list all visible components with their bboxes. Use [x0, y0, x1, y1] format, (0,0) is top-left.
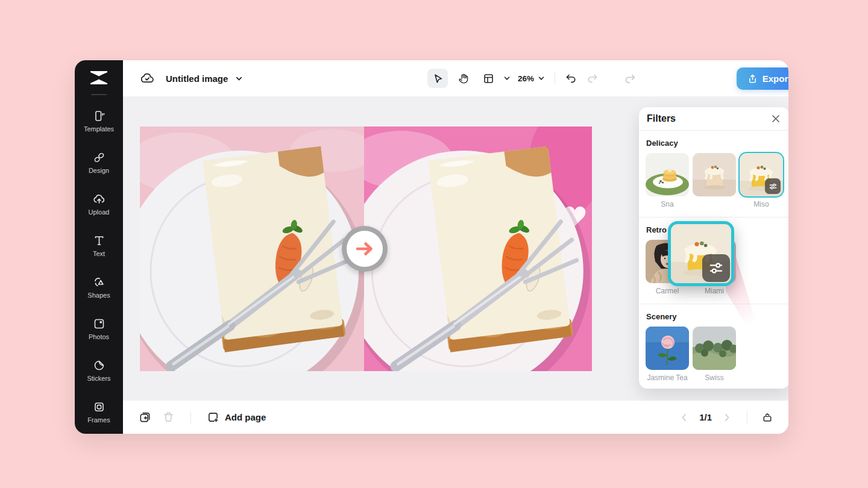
scenery-thumb-row: Jasmine Tea Swiss [646, 327, 783, 382]
frames-icon [93, 401, 105, 413]
section-name-delicacy: Delicacy [646, 139, 782, 148]
duplicate-page-icon[interactable] [139, 411, 151, 424]
filter-item-jasmine-tea[interactable]: Jasmine Tea [646, 327, 689, 382]
zoom-level: 26% [518, 74, 534, 83]
redo-icon[interactable] [587, 72, 599, 84]
cursor-icon [432, 73, 444, 84]
filter-item-swiss[interactable]: Swiss [693, 327, 736, 382]
hand-tool-button[interactable] [453, 69, 473, 88]
cloud-saved-icon[interactable] [140, 71, 155, 86]
section-name-scenery: Scenery [646, 312, 782, 321]
delete-page-icon[interactable] [162, 411, 175, 424]
sidebar-item-photos[interactable]: Photos [77, 308, 121, 349]
filter-label: Carmel [656, 287, 679, 295]
filter-label: Sna [661, 200, 673, 208]
filter-item-delicacy-2[interactable] [693, 153, 736, 208]
photo-before [140, 127, 364, 371]
bottom-bar: Add page 1/1 [123, 401, 788, 434]
filter-item-snack[interactable]: Sna [646, 153, 689, 208]
bottombar-divider [190, 411, 191, 424]
select-tool-button[interactable] [427, 69, 448, 88]
dragged-filter-thumbnail[interactable] [668, 221, 734, 286]
jasmine-tea-thumbnail [646, 327, 689, 370]
toolbar-divider [555, 72, 555, 84]
sidebar-item-label: Shapes [87, 292, 110, 299]
zoom-control[interactable]: 26% [518, 74, 545, 83]
canvas-tools: 26% [427, 69, 637, 88]
top-toolbar: Untitled image 26% Expo [123, 60, 788, 96]
snack-thumbnail [646, 153, 689, 196]
photos-icon [93, 318, 105, 330]
filter-adjust-badge[interactable] [765, 178, 781, 194]
hand-icon [458, 73, 469, 84]
next-page-icon[interactable] [722, 412, 732, 423]
filter-item-miso[interactable]: Miso [740, 153, 783, 208]
swiss-thumbnail [693, 327, 736, 370]
filter-adjust-badge-large[interactable] [702, 254, 730, 282]
export-label: Export [763, 74, 788, 84]
sidebar-item-label: Stickers [87, 375, 110, 382]
present-icon[interactable] [762, 412, 773, 423]
page-indicator: 1/1 [699, 412, 712, 422]
sidebar-item-label: Templates [84, 125, 114, 133]
filter-label: Jasmine Tea [647, 374, 687, 382]
add-page-label: Add page [225, 412, 266, 422]
shapes-icon [93, 276, 105, 289]
close-icon[interactable] [770, 113, 782, 125]
sidebar-item-templates[interactable]: Templates [77, 100, 121, 142]
sidebar-item-label: Upload [89, 208, 110, 216]
filter-label: Swiss [705, 374, 723, 382]
sidebar-item-frames[interactable]: Frames [77, 391, 121, 433]
sidebar-item-text[interactable]: Text [77, 225, 121, 266]
before-after-arrow [342, 226, 388, 272]
layout-chevron-down-icon[interactable] [503, 75, 511, 82]
title-chevron-down-icon[interactable] [235, 75, 243, 83]
sidebar-item-upload[interactable]: Upload [77, 183, 121, 225]
left-sidebar: Templates Design Upload Text Shapes Phot… [75, 60, 123, 434]
design-icon [93, 151, 105, 164]
zoom-chevron-down-icon [538, 75, 545, 82]
add-page-icon [207, 411, 219, 424]
undo-icon[interactable] [565, 72, 577, 84]
app-window: Templates Design Upload Text Shapes Phot… [75, 60, 788, 434]
sidebar-item-stickers[interactable]: Stickers [77, 349, 121, 391]
arrow-right-icon [354, 239, 375, 259]
upload-icon [93, 193, 105, 205]
panel-divider [639, 304, 788, 304]
cake-thumbnail [693, 153, 736, 196]
sidebar-item-shapes[interactable]: Shapes [77, 266, 121, 308]
layout-tool-button[interactable] [478, 69, 498, 88]
add-page-button[interactable]: Add page [207, 411, 266, 424]
stickers-icon [93, 359, 105, 372]
export-icon [747, 74, 758, 84]
sliders-icon [769, 182, 778, 191]
sidebar-item-design[interactable]: Design [77, 142, 121, 183]
redo-secondary-icon[interactable] [624, 72, 637, 85]
sidebar-item-label: Photos [89, 333, 109, 340]
sidebar-item-label: Frames [87, 416, 110, 424]
text-icon [93, 234, 105, 247]
bottombar-divider [747, 411, 747, 424]
capcut-logo-icon[interactable] [87, 68, 110, 87]
sidebar-divider [91, 94, 107, 95]
export-button[interactable]: Export [737, 67, 788, 90]
sliders-icon [708, 260, 724, 276]
templates-icon [93, 110, 105, 122]
canvas-area[interactable]: Filters Delicacy [123, 96, 788, 401]
layout-icon [483, 73, 494, 84]
filter-label: Miso [753, 200, 769, 208]
previous-page-icon[interactable] [679, 412, 690, 423]
photo-after [364, 127, 592, 371]
sidebar-item-label: Text [93, 250, 105, 257]
sidebar-item-label: Design [89, 167, 109, 174]
delicacy-thumb-row: Sna [646, 153, 783, 208]
filter-label: Miami [705, 287, 724, 295]
document-title[interactable]: Untitled image [166, 74, 228, 84]
panel-divider [639, 217, 788, 217]
panel-divider [639, 130, 788, 131]
filters-panel-title: Filters [647, 113, 676, 124]
